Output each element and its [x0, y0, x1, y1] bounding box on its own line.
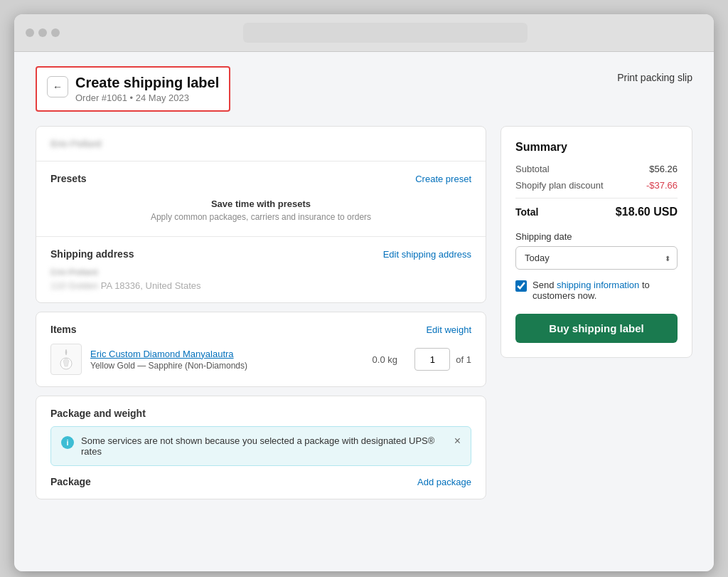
- subtotal-row: Subtotal $56.26: [515, 164, 678, 174]
- shipping-info-link[interactable]: shipping information: [557, 280, 639, 290]
- print-packing-slip-link[interactable]: Print packing slip: [617, 66, 692, 83]
- address-bar[interactable]: [243, 23, 528, 43]
- items-header: Items Edit weight: [50, 324, 471, 335]
- summary-divider: [515, 198, 678, 198]
- summary-title: Summary: [515, 141, 678, 154]
- buy-shipping-label-button[interactable]: Buy shipping label: [515, 314, 678, 343]
- presets-title: Presets: [50, 173, 87, 184]
- address-line: 110 Golden PA 18336, United States: [50, 280, 471, 291]
- presets-section: Presets Create preset Save time with pre…: [36, 162, 486, 237]
- total-label: Total: [515, 206, 538, 218]
- page-content: ← Create shipping label Order #1061 • 24…: [14, 52, 714, 571]
- checkbox-label-prefix: Send: [532, 280, 557, 290]
- customer-name: Eric Pollard: [50, 138, 471, 149]
- shipping-address-section: Shipping address Edit shipping address E…: [36, 237, 486, 302]
- items-card: Items Edit weight: [36, 312, 486, 387]
- page-header: ← Create shipping label Order #1061 • 24…: [36, 66, 692, 112]
- package-section-header: Package and weight: [50, 408, 471, 419]
- address-city: PA 18336, United States: [101, 280, 201, 291]
- package-label: Package: [50, 476, 91, 487]
- jewelry-icon: [58, 348, 75, 371]
- address-name: Eric Pollard: [50, 267, 471, 277]
- package-card: Package and weight i Some services are n…: [36, 396, 486, 499]
- shipping-address-title: Shipping address: [50, 248, 134, 260]
- total-row: Total $18.60 USD: [515, 206, 678, 218]
- item-name[interactable]: Eric Custom Diamond Manyalautra: [90, 349, 355, 359]
- items-section: Items Edit weight: [36, 312, 486, 386]
- discount-row: Shopify plan discount -$37.66: [515, 180, 678, 191]
- page-subtitle: Order #1061 • 24 May 2023: [75, 92, 219, 103]
- item-qty-box: of 1: [414, 348, 471, 371]
- send-info-checkbox-row: Send shipping information to customers n…: [515, 280, 678, 301]
- info-banner-text: Some services are not shown because you …: [81, 435, 447, 457]
- subtotal-label: Subtotal: [515, 164, 550, 174]
- total-value: $18.60 USD: [616, 206, 678, 218]
- address-street: 110 Golden: [50, 280, 98, 291]
- item-variant: Yellow Gold — Sapphire (Non-Diamonds): [90, 361, 355, 371]
- customer-section: Eric Pollard: [36, 127, 486, 162]
- send-info-checkbox[interactable]: [515, 280, 527, 292]
- page-title: Create shipping label: [75, 75, 219, 91]
- page-title-group: Create shipping label Order #1061 • 24 M…: [75, 75, 219, 103]
- package-section-title: Package and weight: [50, 408, 146, 419]
- shipping-date-select-wrapper: Today ⬍: [515, 246, 678, 270]
- shipping-date-label: Shipping date: [515, 231, 678, 242]
- summary-card: Summary Subtotal $56.26 Shopify plan dis…: [500, 126, 692, 358]
- item-weight: 0.0 kg: [363, 354, 406, 365]
- item-qty-of: of 1: [456, 354, 471, 365]
- shipping-address-header: Shipping address Edit shipping address: [50, 248, 471, 260]
- edit-weight-link[interactable]: Edit weight: [426, 324, 471, 335]
- add-package-link[interactable]: Add package: [417, 477, 471, 487]
- right-panel: Summary Subtotal $56.26 Shopify plan dis…: [500, 126, 692, 358]
- presets-empty-state: Save time with presets Apply common pack…: [50, 191, 471, 225]
- send-info-label: Send shipping information to customers n…: [532, 280, 678, 301]
- item-thumbnail: [50, 344, 82, 375]
- item-info: Eric Custom Diamond Manyalautra Yellow G…: [90, 349, 355, 371]
- items-title: Items: [50, 324, 77, 335]
- shipping-date-select[interactable]: Today: [515, 246, 678, 270]
- presets-empty-desc: Apply common packages, carriers and insu…: [50, 212, 471, 222]
- back-button[interactable]: ←: [47, 76, 68, 97]
- close-banner-button[interactable]: ×: [454, 435, 461, 447]
- main-layout: Eric Pollard Presets Create preset Save …: [36, 126, 692, 499]
- browser-window: ← Create shipping label Order #1061 • 24…: [14, 14, 714, 571]
- item-qty-input[interactable]: [414, 348, 450, 371]
- left-panel: Eric Pollard Presets Create preset Save …: [36, 126, 486, 499]
- header-left-section: ← Create shipping label Order #1061 • 24…: [36, 66, 230, 112]
- dot-2: [38, 28, 47, 37]
- shipping-date-section: Shipping date Today ⬍: [515, 231, 678, 270]
- create-preset-link[interactable]: Create preset: [415, 174, 471, 184]
- item-row: Eric Custom Diamond Manyalautra Yellow G…: [50, 344, 471, 375]
- package-footer: Package Add package: [50, 476, 471, 487]
- info-icon: i: [61, 436, 74, 449]
- discount-value: -$37.66: [646, 180, 678, 191]
- info-banner: i Some services are not shown because yo…: [50, 426, 471, 466]
- presets-header: Presets Create preset: [50, 173, 471, 184]
- presets-empty-title: Save time with presets: [50, 198, 471, 209]
- edit-shipping-address-link[interactable]: Edit shipping address: [383, 249, 471, 260]
- customer-card: Eric Pollard Presets Create preset Save …: [36, 126, 486, 303]
- discount-label: Shopify plan discount: [515, 180, 604, 191]
- dot-1: [26, 28, 34, 37]
- package-section: Package and weight i Some services are n…: [36, 396, 486, 499]
- browser-toolbar: [14, 14, 714, 52]
- dot-3: [51, 28, 60, 37]
- subtotal-value: $56.26: [649, 164, 678, 174]
- browser-dots: [26, 28, 60, 37]
